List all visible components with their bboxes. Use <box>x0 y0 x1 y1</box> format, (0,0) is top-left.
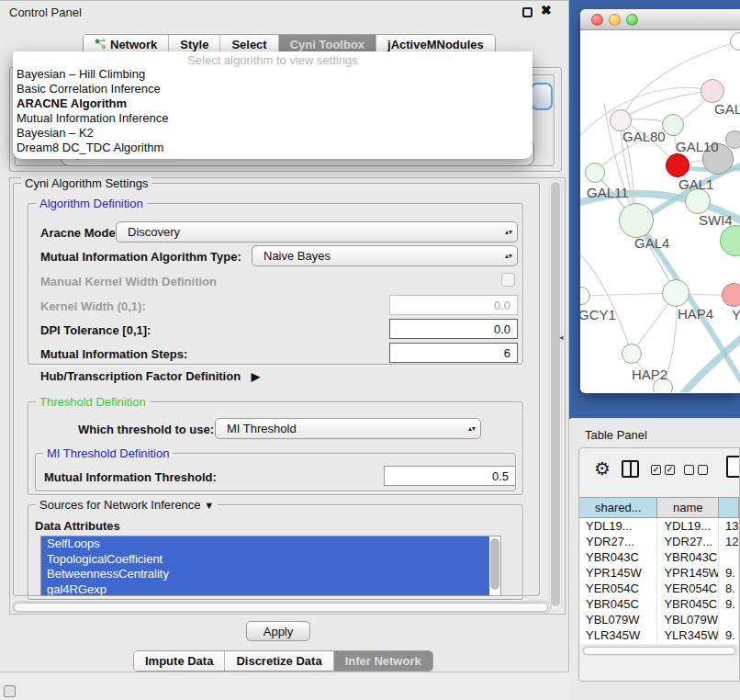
network-node[interactable] <box>685 188 711 214</box>
expand-arrow-icon: ▶ <box>252 370 260 383</box>
table-cell: YBR043C <box>657 549 719 565</box>
window-close-button[interactable] <box>591 14 603 26</box>
dropdown-item[interactable]: ARACNE Algorithm <box>13 96 533 111</box>
settings-vertical-scrollbar-thumb[interactable] <box>551 182 560 606</box>
table-cell: YER054C <box>579 581 657 596</box>
dropdown-item[interactable]: Dream8 DC_TDC Algorithm <box>13 141 533 155</box>
data-attributes-list: SelfLoopsTopologicalCoefficientBetweenne… <box>40 536 501 596</box>
algorithm-dropdown-list: Bayesian – Hill ClimbingBasic Correlatio… <box>13 67 533 155</box>
hub-definition-expander[interactable]: Hub/Transcription Factor Definition ▶ <box>40 369 260 383</box>
network-icon <box>95 38 107 52</box>
dock-panel-icon[interactable] <box>4 685 16 697</box>
mi-threshold-label: Mutual Information Threshold: <box>44 470 217 484</box>
table-cell: YIL052C <box>657 643 719 644</box>
unchecked-checkbox-icon[interactable] <box>684 465 694 475</box>
manual-kernel-width-checkbox[interactable] <box>501 273 515 287</box>
attributes-scrollbar-thumb[interactable] <box>490 538 499 590</box>
table-cell: YDL19... <box>657 518 719 534</box>
splitter-collapse-arrow[interactable]: ◂ <box>559 333 564 342</box>
column-header-partial[interactable] <box>719 498 739 517</box>
table-cell <box>719 612 739 627</box>
table-row[interactable]: YDL19...YDL19...13 <box>579 518 739 534</box>
table-row[interactable]: YBR045CYBR045C9. <box>579 596 739 612</box>
algorithm-dropdown-placeholder: Select algorithm to view settings <box>13 51 533 67</box>
table-cell: YBR043C <box>579 549 657 565</box>
table-row[interactable]: YBR043CYBR043C <box>579 549 739 565</box>
column-header-name[interactable]: name <box>657 498 719 517</box>
network-node[interactable] <box>619 203 654 238</box>
network-node[interactable] <box>666 153 690 177</box>
attribute-list-item[interactable]: gal4RGexp <box>41 582 489 597</box>
kernel-width-label: Kernel Width (0,1): <box>40 299 146 313</box>
columns-icon[interactable] <box>622 460 639 478</box>
tab-label: Style <box>180 38 208 51</box>
dpi-tolerance-input[interactable]: 0.0 <box>389 319 518 339</box>
table-panel-section: Table Panel ⚙ ✓ ✓ shared... name YDL19..… <box>571 418 740 700</box>
close-icon[interactable]: ✖ <box>541 3 552 17</box>
algorithm-combo-stepper[interactable] <box>531 83 553 110</box>
attribute-list-item[interactable]: BetweennessCentrality <box>41 567 489 582</box>
window-minimize-button[interactable] <box>609 14 621 26</box>
table-body: YDL19...YDL19...13YDR27...YDR27...12YBR0… <box>579 518 739 644</box>
network-window-titlebar[interactable] <box>580 9 740 30</box>
tab-label: Infer Network <box>345 654 421 668</box>
table-row[interactable]: YBL079WYBL079W <box>579 612 739 627</box>
attribute-list-item[interactable]: TopologicalCoefficient <box>41 552 489 568</box>
table-row[interactable]: YPR145WYPR145W9. <box>579 565 739 581</box>
dropdown-item[interactable]: Bayesian – K2 <box>13 126 533 141</box>
network-node[interactable] <box>585 163 605 183</box>
mi-algorithm-type-label: Mutual Information Algorithm Type: <box>40 250 241 264</box>
table-row[interactable]: YER054CYER054C8. <box>579 581 739 596</box>
tab-discretize-data[interactable]: Discretize Data <box>225 651 333 671</box>
mi-steps-input[interactable]: 6 <box>389 343 518 363</box>
table-cell: YDR27... <box>579 534 657 549</box>
kernel-width-input[interactable]: 0.0 <box>389 295 518 315</box>
tab-impute-data[interactable]: Impute Data <box>134 651 225 671</box>
settings-horizontal-scrollbar-thumb[interactable] <box>14 603 548 612</box>
tab-infer-network[interactable]: Infer Network <box>334 651 432 671</box>
column-header-shared-name[interactable]: shared... <box>579 498 657 517</box>
network-canvas[interactable]: GALGAL80GAL10GAL1GAL11SWI4GAL4HAP4YGCY1H… <box>580 30 740 392</box>
table-cell: 13 <box>719 518 739 534</box>
apply-button-label: Apply <box>263 625 294 638</box>
unchecked-checkbox-icon[interactable] <box>698 465 708 475</box>
control-panel: Control Panel ✖ Network Style Select Cyn… <box>0 0 569 672</box>
attribute-list-item[interactable]: SelfLoops <box>41 536 489 552</box>
algorithm-dropdown: Select algorithm to view settings Bayesi… <box>13 51 533 159</box>
mi-threshold-input[interactable]: 0.5 <box>384 466 516 486</box>
table-cell: YDL19... <box>579 518 657 534</box>
gear-icon[interactable]: ⚙ <box>594 457 611 480</box>
table-horizontal-scrollbar[interactable] <box>581 645 739 656</box>
window-zoom-button[interactable] <box>626 14 638 26</box>
float-window-icon[interactable] <box>522 7 533 17</box>
document-icon[interactable] <box>726 456 740 478</box>
aracne-mode-combo[interactable]: Discovery ▴▾ <box>116 221 518 243</box>
table-cell: 9. <box>719 596 739 612</box>
network-node[interactable] <box>701 79 724 103</box>
network-node-label: GCY1 <box>580 307 616 322</box>
table-cell: YBR045C <box>657 596 719 612</box>
network-window: GALGAL80GAL10GAL1GAL11SWI4GAL4HAP4YGCY1H… <box>580 9 740 393</box>
checked-checkbox-icon[interactable]: ✓ <box>665 465 675 475</box>
table-cell: 9. <box>719 627 739 643</box>
dropdown-item[interactable]: Mutual Information Inference <box>13 111 533 126</box>
network-node-label: Y <box>732 307 740 322</box>
network-node[interactable] <box>662 279 690 307</box>
which-threshold-combo[interactable]: MI Threshold ▴▾ <box>215 418 481 439</box>
checked-checkbox-icon[interactable]: ✓ <box>651 465 661 475</box>
table-row[interactable]: YIL052CYIL052C9 <box>579 643 739 644</box>
dropdown-item[interactable]: Basic Correlation Inference <box>13 82 533 96</box>
mi-steps-label: Mutual Information Steps: <box>40 347 187 361</box>
network-node[interactable] <box>722 283 740 307</box>
network-node[interactable] <box>622 344 642 364</box>
dropdown-item[interactable]: Bayesian – Hill Climbing <box>13 67 533 82</box>
table-row[interactable]: YDR27...YDR27...12 <box>579 534 739 549</box>
sources-title-row[interactable]: Sources for Network Inference ▼ <box>36 498 218 512</box>
table-horizontal-scrollbar-thumb[interactable] <box>583 647 735 655</box>
table-cell: YDR27... <box>657 534 719 549</box>
table-row[interactable]: YLR345WYLR345W9. <box>579 627 739 643</box>
apply-button[interactable]: Apply <box>246 621 310 641</box>
mi-algorithm-type-combo[interactable]: Naive Bayes ▴▾ <box>252 245 518 266</box>
table-cell: YLR345W <box>657 627 719 643</box>
bottom-tabbar: Impute Data Discretize Data Infer Networ… <box>133 650 433 672</box>
